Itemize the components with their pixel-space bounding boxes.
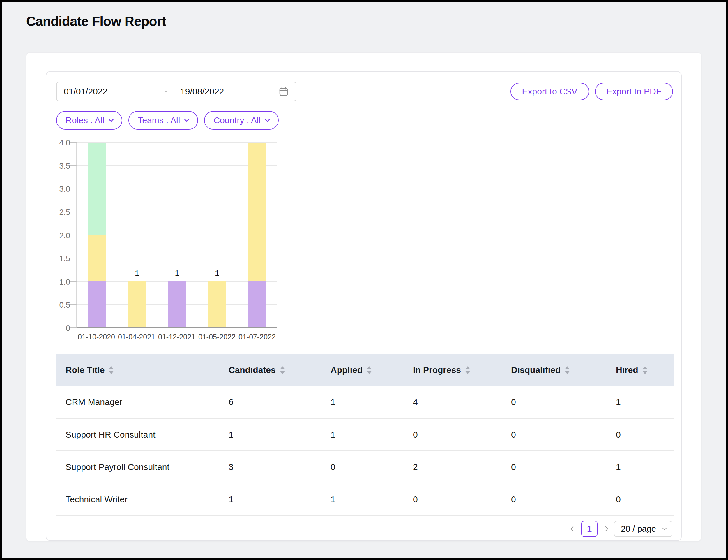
cell-hired: 0	[607, 483, 674, 515]
cell-role-title: Technical Writer	[56, 483, 219, 515]
cell-role-title: Support HR Consultant	[56, 418, 219, 451]
export-pdf-button[interactable]: Export to PDF	[595, 83, 673, 100]
date-start-value[interactable]: 01/01/2022	[64, 87, 108, 96]
country-filter-dropdown[interactable]: Country : All	[204, 111, 279, 130]
bar-green-segment	[88, 143, 106, 235]
chart-y-axis: 4.03.53.02.52.01.51.00.50	[46, 143, 70, 328]
y-axis-tick-mark	[70, 258, 77, 258]
table-header: Role Title Candidates Applied In Progres…	[56, 354, 674, 386]
y-axis-tick-label: 2.5	[59, 208, 70, 217]
y-axis-tick-label: 1.5	[59, 254, 70, 263]
column-header-in-progress[interactable]: In Progress	[403, 354, 502, 386]
column-header-role-title[interactable]: Role Title	[56, 354, 219, 386]
column-header-hired[interactable]: Hired	[607, 354, 674, 386]
cell-disqualified: 0	[502, 483, 607, 515]
candidate-flow-table: Role Title Candidates Applied In Progres…	[56, 354, 674, 516]
cell-candidates: 1	[219, 418, 321, 451]
cell-in-progress: 0	[403, 418, 502, 451]
cell-hired: 0	[607, 418, 674, 451]
x-axis-tick-label: 01-05-2022	[198, 333, 236, 341]
sort-icon[interactable]	[280, 366, 285, 374]
bar-yellow-segment	[209, 281, 226, 328]
sort-icon[interactable]	[366, 366, 372, 374]
column-label: Candidates	[229, 365, 276, 375]
cell-hired: 1	[607, 451, 674, 483]
cell-role-title: CRM Manager	[56, 386, 219, 418]
x-axis-tick-label: 01-10-2020	[78, 333, 115, 341]
report-panel: 01/01/2022 - 19/08/2022 Export to CSV Ex…	[46, 71, 682, 541]
bar-purple-segment	[88, 281, 106, 328]
chevron-right-icon	[603, 526, 608, 531]
bar-value-label: 1	[175, 269, 179, 278]
page-size-value: 20 / page	[621, 524, 656, 534]
pagination: 1 20 / page	[571, 520, 672, 537]
date-range-picker[interactable]: 01/01/2022 - 19/08/2022	[56, 82, 297, 101]
date-end-value[interactable]: 19/08/2022	[180, 87, 224, 96]
cell-candidates: 1	[219, 483, 321, 515]
y-axis-tick-mark	[70, 281, 77, 282]
cell-applied: 1	[321, 483, 403, 515]
y-axis-tick-label: 2.0	[59, 231, 70, 240]
y-axis-tick-mark	[70, 189, 77, 189]
calendar-icon[interactable]	[279, 86, 289, 97]
table-row: Support HR Consultant 1 1 0 0 0	[56, 418, 674, 451]
sort-icon[interactable]	[465, 366, 470, 374]
bar-purple-segment	[168, 281, 186, 328]
roles-filter-dropdown[interactable]: Roles : All	[56, 111, 122, 130]
pagination-next-button[interactable]	[604, 527, 607, 531]
sort-icon[interactable]	[565, 366, 570, 374]
cell-disqualified: 0	[502, 386, 607, 418]
column-header-applied[interactable]: Applied	[321, 354, 403, 386]
y-axis-tick-mark	[70, 235, 77, 235]
page-size-select[interactable]: 20 / page	[614, 521, 672, 537]
teams-filter-label: Teams : All	[138, 115, 180, 125]
report-card: 01/01/2022 - 19/08/2022 Export to CSV Ex…	[26, 52, 701, 541]
page-title: Candidate Flow Report	[26, 13, 166, 29]
teams-filter-dropdown[interactable]: Teams : All	[128, 111, 198, 130]
cell-in-progress: 2	[403, 451, 502, 483]
chart-x-axis: 01-10-202001-04-202101-12-202101-05-2022…	[76, 333, 277, 344]
chevron-down-icon	[265, 117, 270, 122]
y-axis-tick-label: 3.0	[59, 185, 70, 194]
y-axis-tick-label: 0	[66, 324, 70, 333]
column-header-disqualified[interactable]: Disqualified	[502, 354, 607, 386]
candidate-flow-report-screen: Candidate Flow Report 01/01/2022 - 19/08…	[0, 0, 728, 560]
country-filter-label: Country : All	[214, 115, 261, 125]
date-separator: -	[165, 87, 168, 96]
gridline	[77, 189, 277, 189]
y-axis-tick-label: 0.5	[59, 301, 70, 310]
column-label: Disqualified	[511, 365, 560, 375]
column-label: Hired	[616, 365, 638, 375]
chevron-down-icon	[184, 117, 190, 122]
filter-bar: Roles : All Teams : All Country : All	[56, 111, 279, 130]
chevron-down-icon	[662, 526, 667, 530]
pagination-prev-button[interactable]	[571, 527, 575, 531]
chevron-left-icon	[571, 526, 576, 531]
pagination-page-button[interactable]: 1	[581, 521, 597, 537]
x-axis-tick-label: 01-04-2021	[118, 333, 155, 341]
cell-applied: 0	[321, 451, 403, 483]
y-axis-tick-label: 3.5	[59, 161, 70, 170]
gridline	[77, 142, 277, 143]
gridline	[77, 235, 277, 235]
y-axis-tick-label: 4.0	[59, 138, 70, 147]
cell-applied: 1	[321, 386, 403, 418]
y-axis-tick-mark	[70, 304, 77, 305]
cell-in-progress: 0	[403, 483, 502, 515]
sort-icon[interactable]	[642, 366, 648, 374]
bar-value-label: 1	[215, 269, 219, 278]
sort-icon[interactable]	[109, 366, 114, 374]
cell-disqualified: 0	[502, 418, 607, 451]
column-label: Applied	[331, 365, 363, 375]
x-axis-tick-label: 01-07-2022	[239, 333, 276, 341]
bar-yellow-segment	[249, 143, 266, 281]
column-header-candidates[interactable]: Candidates	[219, 354, 321, 386]
y-axis-tick-mark	[70, 142, 77, 143]
cell-candidates: 6	[219, 386, 321, 418]
gridline	[77, 165, 277, 166]
bar-purple-segment	[249, 281, 266, 328]
gridline	[77, 212, 277, 212]
column-label: Role Title	[66, 365, 105, 375]
export-csv-button[interactable]: Export to CSV	[510, 83, 589, 100]
x-axis-tick-label: 01-12-2021	[158, 333, 195, 341]
